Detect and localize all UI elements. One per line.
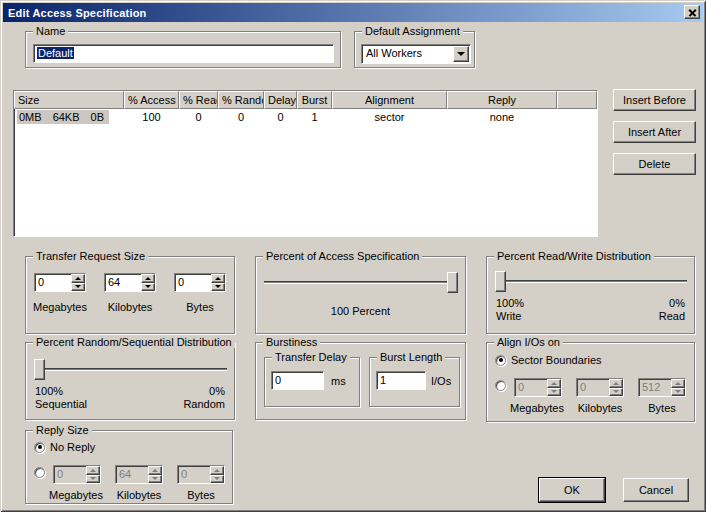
col-header-read[interactable]: % Read	[179, 91, 218, 109]
slider-thumb[interactable]	[495, 271, 506, 292]
name-input-value: Default	[37, 47, 74, 59]
rw-right-pct: 0%	[669, 297, 685, 309]
bytes-label: Bytes	[170, 489, 232, 501]
ok-button[interactable]: OK	[539, 478, 605, 502]
bytes-label: Bytes	[166, 301, 234, 313]
radio-selected-icon	[34, 442, 45, 453]
cell-burst: 1	[297, 111, 332, 123]
cell-read: 0	[179, 111, 218, 123]
rs-right-pct: 0%	[209, 385, 225, 397]
sector-boundaries-radio[interactable]: Sector Boundaries	[495, 354, 602, 366]
slider-track[interactable]	[34, 368, 227, 370]
align-ios-label: Align I/Os on	[494, 336, 563, 348]
read-write-label: Percent Read/Write Distribution	[494, 250, 654, 262]
table-row[interactable]: 0MB64KB0B 100 0 0 0 1 sector none	[14, 109, 597, 125]
default-assignment-group: Default Assignment All Workers	[354, 31, 475, 68]
read-write-slider[interactable]	[495, 271, 687, 292]
slider-track[interactable]	[495, 280, 687, 282]
cell-alignment: sector	[332, 111, 447, 123]
radio-unselected-icon	[34, 467, 45, 478]
spin-down-icon[interactable]	[71, 283, 85, 292]
no-reply-radio[interactable]: No Reply	[34, 441, 95, 453]
col-header-size[interactable]: Size	[14, 91, 124, 109]
window-title: Edit Access Specification	[8, 7, 146, 19]
burst-length-unit: I/Os	[431, 375, 451, 387]
transfer-request-size-group: Transfer Request Size 0 64 0 Megabytes K…	[25, 256, 235, 334]
transfer-delay-input[interactable]: 0	[271, 371, 324, 390]
default-assignment-label: Default Assignment	[362, 25, 463, 37]
spin-down-icon[interactable]	[211, 283, 225, 292]
rs-right-label: Random	[183, 398, 225, 410]
default-assignment-select[interactable]: All Workers	[361, 44, 471, 64]
radio-selected-icon	[495, 355, 506, 366]
trs-megabytes-spinner[interactable]: 0	[34, 273, 86, 292]
titlebar[interactable]: Edit Access Specification	[3, 3, 703, 22]
cancel-button[interactable]: Cancel	[623, 478, 689, 502]
rs-left-pct: 100%	[35, 385, 63, 397]
selected-size-cell: 0MB64KB0B	[17, 110, 109, 124]
col-header-filler	[557, 91, 597, 109]
slider-thumb[interactable]	[447, 272, 458, 293]
percent-access-slider[interactable]	[264, 272, 458, 293]
cell-access: 100	[124, 111, 179, 123]
reply-bytes-spinner: 0	[177, 465, 225, 484]
transfer-delay-group: Transfer Delay 0 ms	[264, 357, 360, 407]
reply-custom-radio[interactable]	[34, 467, 45, 478]
megabytes-label: Megabytes	[502, 402, 572, 414]
random-sequential-label: Percent Random/Sequential Distribution	[33, 336, 235, 348]
delete-button[interactable]: Delete	[613, 153, 696, 175]
spin-down-icon[interactable]	[141, 283, 155, 292]
spin-up-icon[interactable]	[211, 274, 225, 283]
name-group-label: Name	[33, 25, 68, 37]
reply-megabytes-spinner: 0	[53, 465, 101, 484]
insert-after-button[interactable]: Insert After	[613, 121, 696, 143]
burstiness-label: Burstiness	[263, 336, 320, 348]
col-header-burst[interactable]: Burst	[297, 91, 332, 109]
rw-left-label: Write	[496, 310, 521, 322]
read-write-group: Percent Read/Write Distribution 100% 0% …	[486, 256, 695, 334]
burst-length-input[interactable]: 1	[376, 371, 426, 390]
cell-delay: 0	[264, 111, 297, 123]
chevron-down-icon	[457, 52, 465, 56]
name-group: Name Default	[25, 31, 341, 68]
transfer-delay-label: Transfer Delay	[272, 351, 350, 363]
col-header-access[interactable]: % Access	[124, 91, 179, 109]
reply-size-label: Reply Size	[33, 424, 92, 436]
table-header: Size % Access % Read % Random Delay Burs…	[14, 91, 597, 109]
percent-access-spec-group: Percent of Access Specification 100 Perc…	[255, 256, 466, 334]
megabytes-label: Megabytes	[26, 301, 94, 313]
insert-before-button[interactable]: Insert Before	[613, 89, 696, 111]
bytes-label: Bytes	[631, 402, 693, 414]
cell-reply: none	[447, 111, 557, 123]
spin-up-icon[interactable]	[141, 274, 155, 283]
access-spec-table: Size % Access % Read % Random Delay Burs…	[13, 90, 598, 237]
random-sequential-slider[interactable]	[34, 359, 227, 380]
reply-kilobytes-spinner: 64	[115, 465, 163, 484]
col-header-delay[interactable]: Delay	[264, 91, 297, 109]
col-header-reply[interactable]: Reply	[447, 91, 557, 109]
burstiness-group: Burstiness Transfer Delay 0 ms Burst Len…	[255, 342, 466, 420]
dropdown-button[interactable]	[453, 46, 469, 62]
percent-access-spec-label: Percent of Access Specification	[263, 250, 422, 262]
slider-thumb[interactable]	[34, 359, 45, 380]
align-bytes-spinner: 512	[638, 378, 686, 397]
trs-bytes-spinner[interactable]: 0	[174, 273, 226, 292]
rw-right-label: Read	[659, 310, 685, 322]
col-header-alignment[interactable]: Alignment	[332, 91, 447, 109]
kilobytes-label: Kilobytes	[106, 489, 172, 501]
align-megabytes-spinner: 0	[514, 378, 562, 397]
kilobytes-label: Kilobytes	[567, 402, 633, 414]
name-input[interactable]: Default	[33, 44, 334, 63]
spin-up-icon[interactable]	[71, 274, 85, 283]
cell-random: 0	[218, 111, 264, 123]
align-custom-radio[interactable]	[495, 380, 506, 391]
radio-unselected-icon	[495, 380, 506, 391]
rw-left-pct: 100%	[496, 297, 524, 309]
rs-left-label: Sequential	[35, 398, 87, 410]
align-ios-group: Align I/Os on Sector Boundaries 0 0 512 …	[486, 342, 695, 422]
close-button[interactable]	[684, 5, 700, 19]
trs-kilobytes-spinner[interactable]: 64	[104, 273, 156, 292]
slider-track[interactable]	[264, 281, 458, 283]
col-header-random[interactable]: % Random	[218, 91, 264, 109]
align-kilobytes-spinner: 0	[576, 378, 624, 397]
